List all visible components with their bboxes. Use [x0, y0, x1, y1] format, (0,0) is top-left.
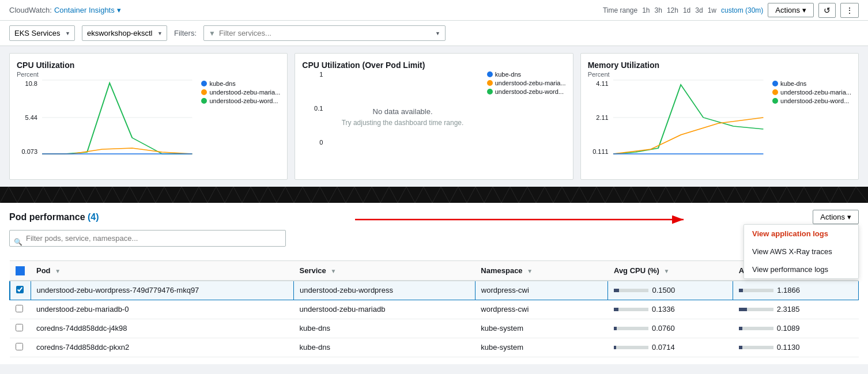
row-checkbox-cell — [10, 319, 31, 338]
pod-actions-wrapper: Actions ▾ View application logs View AWS… — [813, 210, 859, 224]
cpu-over-pod-body: 1 0.1 0 No data available. Try adjusting… — [302, 71, 565, 146]
cpu-over-pod-title: CPU Utilization (Over Pod Limit) — [302, 61, 565, 70]
service-name: CloudWatch: — [9, 6, 52, 14]
cpu-chart-title: CPU Utilization — [17, 61, 280, 70]
row-checkbox-cell — [10, 281, 31, 300]
cpu-chart-values: 10.8 5.44 0.073 — [17, 80, 37, 155]
cpu-over-pod-values: 1 0.1 0 — [302, 71, 323, 146]
service-filter-input[interactable] — [219, 29, 440, 37]
memory-chart-body: 4.11 2.11 0.111 kube-dns — [588, 80, 851, 155]
no-data-sub: Try adjusting the dashboard time range. — [342, 119, 464, 127]
cpu-over-pod-chart: CPU Utilization (Over Pod Limit) 1 0.1 0… — [295, 53, 573, 180]
table-row[interactable]: understood-zebu-wordpress-749d779476-mkq… — [10, 281, 859, 300]
row-avg-memory: 0.1089 — [733, 319, 859, 338]
row-service: understood-zebu-mariadb — [294, 300, 475, 319]
th-pod[interactable]: Pod ▼ — [31, 261, 294, 281]
time-3h[interactable]: 3h — [655, 6, 662, 14]
row-service: kube-dns — [294, 338, 475, 357]
cpu-chart-ylabel: Percent — [17, 71, 280, 78]
no-data-container: No data available. Try adjusting the das… — [327, 71, 477, 146]
filter-bar: EKS Services eksworkshop-eksctl Filters:… — [0, 21, 868, 46]
table-row[interactable]: coredns-74dd858ddc-j4k98kube-dnskube-sys… — [10, 319, 859, 338]
row-checkbox-2[interactable] — [16, 324, 23, 331]
eks-services-select[interactable]: EKS Services — [9, 25, 75, 41]
charts-section: CPU Utilization Percent 10.8 5.44 0.073 — [0, 46, 868, 187]
settings-button[interactable]: ⋮ — [840, 3, 859, 18]
pod-section-title-area: Pod performance (4) — [9, 212, 99, 222]
filters-label: Filters: — [174, 29, 197, 37]
row-checkbox-3[interactable] — [16, 343, 23, 350]
time-12h[interactable]: 12h — [667, 6, 678, 14]
eks-services-select-wrapper: EKS Services — [9, 25, 75, 41]
dropdown-item-view-logs[interactable]: View application logs — [744, 225, 858, 243]
breadcrumb: CloudWatch: Container Insights ▾ — [9, 6, 121, 14]
time-1w[interactable]: 1w — [708, 6, 716, 14]
row-service: kube-dns — [294, 319, 475, 338]
pod-table: Pod ▼ Service ▼ Namespace ▼ Avg CPU (%) … — [9, 260, 859, 357]
cpu-chart-body: 10.8 5.44 0.073 kube — [17, 80, 280, 155]
cpu-utilization-chart: CPU Utilization Percent 10.8 5.44 0.073 — [9, 53, 288, 180]
cluster-select[interactable]: eksworkshop-eksctl — [82, 25, 167, 41]
filter-icon: ▼ — [209, 29, 216, 37]
th-service[interactable]: Service ▼ — [294, 261, 475, 281]
cpu-chart-svg — [42, 80, 192, 155]
cpu-chart-area — [42, 80, 192, 155]
dropdown-item-xray[interactable]: View AWS X-Ray traces — [744, 243, 858, 260]
pod-section-title: Pod performance — [9, 212, 88, 222]
row-checkbox-1[interactable] — [16, 305, 23, 312]
row-checkbox-cell — [10, 338, 31, 357]
row-avg-cpu: 0.1500 — [608, 281, 733, 300]
row-avg-memory: 1.1866 — [733, 281, 859, 300]
th-avg-cpu[interactable]: Avg CPU (%) ▼ — [608, 261, 733, 281]
memory-chart-legend: kube-dns understood-zebu-maria... unders… — [772, 80, 851, 155]
row-checkbox-cell — [10, 300, 31, 319]
dropdown-item-perf-logs[interactable]: View performance logs — [744, 260, 858, 278]
row-avg-cpu: 0.1336 — [608, 300, 733, 319]
row-namespace: kube-system — [475, 338, 608, 357]
cpu-over-pod-legend: kube-dns understood-zebu-maria... unders… — [487, 71, 566, 146]
pod-count: (4) — [88, 212, 99, 222]
time-1h[interactable]: 1h — [642, 6, 650, 14]
pod-section-header: Pod performance (4) Actions ▾ View appli… — [9, 210, 859, 224]
cpu-over-pod-area: No data available. Try adjusting the das… — [327, 71, 477, 146]
pod-actions-button[interactable]: Actions ▾ — [813, 210, 859, 224]
chevron-down-icon: ▾ — [847, 213, 851, 221]
time-custom[interactable]: custom (30m) — [721, 6, 763, 14]
section-name[interactable]: Container Insights — [54, 6, 115, 14]
row-pod-name: understood-zebu-mariadb-0 — [31, 300, 294, 319]
memory-chart-area — [613, 80, 763, 155]
row-pod-name: coredns-74dd858ddc-pkxn2 — [31, 338, 294, 357]
no-data-text: No data available. — [367, 90, 439, 119]
th-select-all — [10, 261, 31, 281]
top-bar-actions: Time range 1h 3h 12h 1d 3d 1w custom (30… — [603, 3, 859, 18]
namespace-sort-icon: ▼ — [527, 268, 533, 274]
refresh-button[interactable]: ↺ — [818, 3, 836, 18]
th-namespace[interactable]: Namespace ▼ — [475, 261, 608, 281]
row-namespace: kube-system — [475, 319, 608, 338]
row-avg-cpu: 0.0714 — [608, 338, 733, 357]
pod-filter-input[interactable] — [9, 230, 286, 247]
avgcpu-sort-icon: ▼ — [664, 268, 670, 274]
table-row[interactable]: coredns-74dd858ddc-pkxn2kube-dnskube-sys… — [10, 338, 859, 357]
time-1d[interactable]: 1d — [683, 6, 690, 14]
row-pod-name: coredns-74dd858ddc-j4k98 — [31, 319, 294, 338]
cpu-chart-legend: kube-dns understood-zebu-maria... unders… — [201, 80, 280, 155]
memory-chart-svg — [613, 80, 763, 155]
pod-section: Pod performance (4) Actions ▾ View appli… — [0, 203, 868, 364]
memory-utilization-chart: Memory Utilization Percent 4.11 2.11 0.1… — [580, 53, 859, 180]
chevron-down-icon: ▾ — [802, 6, 806, 14]
table-row[interactable]: understood-zebu-mariadb-0understood-zebu… — [10, 300, 859, 319]
row-checkbox-0[interactable] — [16, 286, 24, 293]
memory-chart-ylabel: Percent — [588, 71, 851, 78]
pod-filter-wrapper — [9, 230, 286, 254]
memory-chart-values: 4.11 2.11 0.111 — [588, 80, 609, 155]
row-avg-memory: 2.3185 — [733, 300, 859, 319]
service-sort-icon: ▼ — [330, 268, 336, 274]
service-filter-wrapper: ▼ — [203, 25, 446, 41]
actions-button[interactable]: Actions ▾ — [768, 3, 814, 17]
row-namespace: wordpress-cwi — [475, 281, 608, 300]
top-bar: CloudWatch: Container Insights ▾ Time ra… — [0, 0, 868, 21]
time-3d[interactable]: 3d — [695, 6, 703, 14]
row-avg-memory: 0.1130 — [733, 338, 859, 357]
chevron-icon: ▾ — [117, 6, 121, 14]
